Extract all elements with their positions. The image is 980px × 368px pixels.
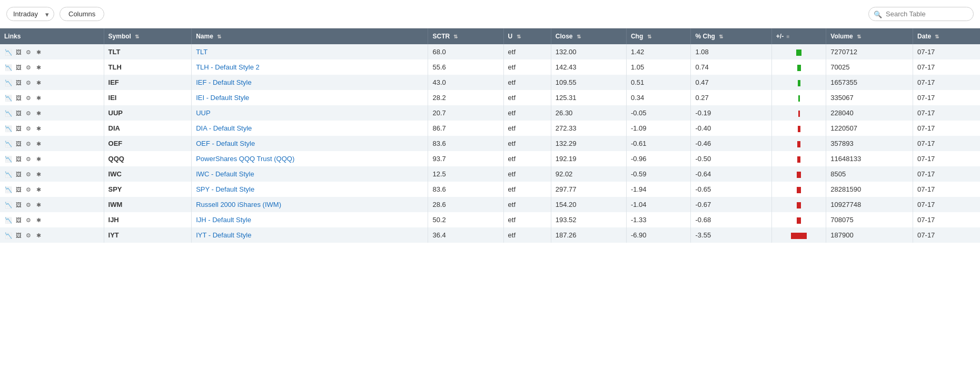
col-name[interactable]: Name ⇅ bbox=[192, 28, 428, 44]
columns-button[interactable]: Columns bbox=[60, 7, 104, 21]
asterisk-icon[interactable]: ✱ bbox=[34, 48, 43, 56]
date-sort-icon: ⇅ bbox=[935, 34, 939, 39]
asterisk-icon[interactable]: ✱ bbox=[34, 94, 43, 102]
name-cell[interactable]: IEF - Default Style bbox=[192, 75, 428, 90]
name-cell[interactable]: DIA - Default Style bbox=[192, 121, 428, 136]
u-cell: etf bbox=[503, 151, 551, 166]
asterisk-icon[interactable]: ✱ bbox=[34, 201, 43, 208]
sctr-cell: 83.6 bbox=[428, 136, 503, 151]
image-icon[interactable]: 🖼 bbox=[14, 110, 23, 117]
col-close[interactable]: Close ⇅ bbox=[551, 28, 626, 44]
name-cell[interactable]: OEF - Default Style bbox=[192, 136, 428, 151]
name-cell[interactable]: IYT - Default Style bbox=[192, 227, 428, 243]
image-icon[interactable]: 🖼 bbox=[14, 79, 23, 86]
chg-cell: 1.42 bbox=[626, 44, 691, 59]
settings-icon[interactable]: ⚙ bbox=[24, 155, 33, 163]
name-cell[interactable]: SPY - Default Style bbox=[192, 182, 428, 197]
asterisk-icon[interactable]: ✱ bbox=[34, 64, 43, 71]
volume-cell: 8505 bbox=[826, 166, 913, 182]
chart-icon[interactable]: 📉 bbox=[4, 125, 13, 132]
name-cell[interactable]: IWC - Default Style bbox=[192, 166, 428, 182]
asterisk-icon[interactable]: ✱ bbox=[34, 186, 43, 193]
chart-icon[interactable]: 📉 bbox=[4, 216, 13, 224]
chart-icon[interactable]: 📉 bbox=[4, 155, 13, 163]
image-icon[interactable]: 🖼 bbox=[14, 232, 23, 239]
asterisk-icon[interactable]: ✱ bbox=[34, 140, 43, 147]
col-plus-minus[interactable]: +/- ≡ bbox=[771, 28, 826, 44]
plus-minus-cell bbox=[771, 59, 826, 75]
search-wrapper: 🔍 bbox=[868, 7, 974, 21]
name-cell[interactable]: IEI - Default Style bbox=[192, 90, 428, 105]
col-chg[interactable]: Chg ⇅ bbox=[626, 28, 691, 44]
name-cell[interactable]: Russell 2000 iShares (IWM) bbox=[192, 197, 428, 212]
name-cell[interactable]: PowerShares QQQ Trust (QQQ) bbox=[192, 151, 428, 166]
close-sort-icon: ⇅ bbox=[577, 34, 581, 39]
settings-icon[interactable]: ⚙ bbox=[24, 94, 33, 102]
pct-chg-cell: -0.40 bbox=[691, 121, 771, 136]
col-sctr[interactable]: SCTR ⇅ bbox=[428, 28, 503, 44]
settings-icon[interactable]: ⚙ bbox=[24, 110, 33, 117]
image-icon[interactable]: 🖼 bbox=[14, 201, 23, 208]
asterisk-icon[interactable]: ✱ bbox=[34, 110, 43, 117]
settings-icon[interactable]: ⚙ bbox=[24, 140, 33, 147]
col-pct-chg[interactable]: % Chg ⇅ bbox=[691, 28, 771, 44]
image-icon[interactable]: 🖼 bbox=[14, 186, 23, 193]
name-cell[interactable]: UUP bbox=[192, 105, 428, 121]
chart-icon[interactable]: 📉 bbox=[4, 140, 13, 147]
plus-minus-bar bbox=[791, 233, 807, 239]
settings-icon[interactable]: ⚙ bbox=[24, 64, 33, 71]
name-cell[interactable]: TLT bbox=[192, 44, 428, 59]
name-cell[interactable]: TLH - Default Style 2 bbox=[192, 59, 428, 75]
image-icon[interactable]: 🖼 bbox=[14, 94, 23, 102]
u-cell: etf bbox=[503, 136, 551, 151]
asterisk-icon[interactable]: ✱ bbox=[34, 216, 43, 224]
image-icon[interactable]: 🖼 bbox=[14, 140, 23, 147]
intraday-dropdown-wrapper[interactable]: Intraday Daily Weekly bbox=[6, 7, 54, 21]
col-symbol[interactable]: Symbol ⇅ bbox=[104, 28, 192, 44]
symbol-cell: SPY bbox=[104, 182, 192, 197]
image-icon[interactable]: 🖼 bbox=[14, 171, 23, 178]
symbol-cell: IWC bbox=[104, 166, 192, 182]
image-icon[interactable]: 🖼 bbox=[14, 216, 23, 224]
asterisk-icon[interactable]: ✱ bbox=[34, 232, 43, 239]
col-date[interactable]: Date ⇅ bbox=[913, 28, 980, 44]
settings-icon[interactable]: ⚙ bbox=[24, 171, 33, 178]
plus-minus-cell bbox=[771, 166, 826, 182]
symbol-cell: TLT bbox=[104, 44, 192, 59]
settings-icon[interactable]: ⚙ bbox=[24, 216, 33, 224]
col-volume[interactable]: Volume ⇅ bbox=[826, 28, 913, 44]
chart-icon[interactable]: 📉 bbox=[4, 171, 13, 178]
image-icon[interactable]: 🖼 bbox=[14, 155, 23, 163]
main-table: Links Symbol ⇅ Name ⇅ SCTR ⇅ U ⇅ Close ⇅… bbox=[0, 28, 980, 243]
image-icon[interactable]: 🖼 bbox=[14, 48, 23, 56]
chart-icon[interactable]: 📉 bbox=[4, 64, 13, 71]
table-header-row: Links Symbol ⇅ Name ⇅ SCTR ⇅ U ⇅ Close ⇅… bbox=[0, 28, 980, 44]
asterisk-icon[interactable]: ✱ bbox=[34, 155, 43, 163]
pct-chg-cell: 1.08 bbox=[691, 44, 771, 59]
asterisk-icon[interactable]: ✱ bbox=[34, 171, 43, 178]
chart-icon[interactable]: 📉 bbox=[4, 232, 13, 239]
name-sort-icon: ⇅ bbox=[217, 34, 221, 39]
settings-icon[interactable]: ⚙ bbox=[24, 48, 33, 56]
image-icon[interactable]: 🖼 bbox=[14, 64, 23, 71]
chart-icon[interactable]: 📉 bbox=[4, 48, 13, 56]
search-input[interactable] bbox=[868, 7, 974, 21]
col-links: Links bbox=[0, 28, 104, 44]
chart-icon[interactable]: 📉 bbox=[4, 79, 13, 86]
settings-icon[interactable]: ⚙ bbox=[24, 125, 33, 132]
asterisk-icon[interactable]: ✱ bbox=[34, 79, 43, 86]
chart-icon[interactable]: 📉 bbox=[4, 201, 13, 208]
col-u[interactable]: U ⇅ bbox=[503, 28, 551, 44]
asterisk-icon[interactable]: ✱ bbox=[34, 125, 43, 132]
chart-icon[interactable]: 📉 bbox=[4, 186, 13, 193]
symbol-cell: TLH bbox=[104, 59, 192, 75]
settings-icon[interactable]: ⚙ bbox=[24, 201, 33, 208]
settings-icon[interactable]: ⚙ bbox=[24, 232, 33, 239]
image-icon[interactable]: 🖼 bbox=[14, 125, 23, 132]
settings-icon[interactable]: ⚙ bbox=[24, 186, 33, 193]
settings-icon[interactable]: ⚙ bbox=[24, 79, 33, 86]
chart-icon[interactable]: 📉 bbox=[4, 110, 13, 117]
intraday-dropdown[interactable]: Intraday Daily Weekly bbox=[6, 7, 54, 21]
chart-icon[interactable]: 📉 bbox=[4, 94, 13, 102]
name-cell[interactable]: IJH - Default Style bbox=[192, 212, 428, 227]
